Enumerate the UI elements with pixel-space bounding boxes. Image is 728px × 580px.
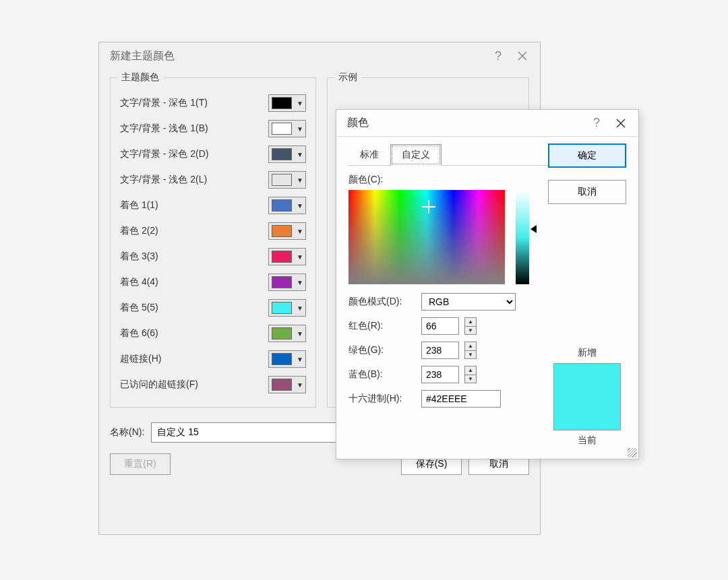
color-swatch bbox=[272, 276, 292, 288]
close-button[interactable] bbox=[510, 44, 535, 68]
color-dropdown[interactable]: ▼ bbox=[268, 222, 306, 240]
color-dropdown[interactable]: ▼ bbox=[268, 120, 306, 137]
theme-titlebar: 新建主题颜色 ? bbox=[99, 42, 540, 69]
color-dropdown[interactable]: ▼ bbox=[268, 248, 306, 265]
theme-row-label: 着色 1(1) bbox=[120, 199, 262, 212]
color-dropdown[interactable]: ▼ bbox=[268, 325, 306, 342]
theme-row-label: 着色 3(3) bbox=[120, 251, 262, 263]
color-titlebar: 颜色 ? bbox=[336, 110, 638, 137]
green-spinner[interactable]: ▲▼ bbox=[464, 342, 477, 359]
color-title: 颜色 bbox=[347, 116, 584, 130]
theme-row: 着色 3(3)▼ bbox=[120, 244, 306, 269]
reset-button[interactable]: 重置(R) bbox=[110, 453, 171, 475]
color-swatch bbox=[272, 123, 292, 135]
ok-button[interactable]: 确定 bbox=[548, 143, 626, 168]
spin-down-icon[interactable]: ▼ bbox=[465, 375, 476, 383]
sample-legend: 示例 bbox=[334, 71, 361, 84]
color-swatch bbox=[272, 97, 292, 109]
theme-row-label: 着色 6(6) bbox=[120, 327, 262, 340]
spin-down-icon[interactable]: ▼ bbox=[465, 351, 476, 359]
caret-down-icon: ▼ bbox=[295, 356, 305, 363]
color-swatch bbox=[272, 225, 292, 237]
spin-up-icon[interactable]: ▲ bbox=[465, 318, 476, 327]
red-label: 红色(R): bbox=[348, 320, 416, 332]
name-label: 名称(N): bbox=[110, 426, 144, 439]
theme-row: 已访问的超链接(F)▼ bbox=[120, 372, 306, 397]
color-dropdown[interactable]: ▼ bbox=[268, 273, 306, 291]
spin-up-icon[interactable]: ▲ bbox=[465, 342, 476, 351]
caret-down-icon: ▼ bbox=[295, 125, 305, 133]
theme-colors-legend: 主题颜色 bbox=[117, 71, 163, 84]
color-close-button[interactable] bbox=[609, 111, 633, 135]
color-dropdown[interactable]: ▼ bbox=[268, 299, 306, 317]
caret-down-icon: ▼ bbox=[295, 202, 305, 210]
color-field[interactable] bbox=[348, 190, 505, 284]
red-input[interactable] bbox=[421, 317, 459, 335]
caret-down-icon: ▼ bbox=[295, 253, 305, 261]
blue-input[interactable] bbox=[421, 366, 459, 383]
theme-row: 文字/背景 - 深色 1(T)▼ bbox=[120, 90, 306, 116]
help-button[interactable]: ? bbox=[486, 44, 510, 68]
color-swatch bbox=[272, 251, 292, 263]
spin-up-icon[interactable]: ▲ bbox=[465, 366, 476, 375]
theme-title: 新建主题颜色 bbox=[110, 49, 486, 63]
theme-row: 文字/背景 - 深色 2(D)▼ bbox=[120, 141, 306, 167]
color-help-button[interactable]: ? bbox=[584, 111, 609, 135]
color-dropdown[interactable]: ▼ bbox=[268, 171, 306, 189]
spin-down-icon[interactable]: ▼ bbox=[465, 327, 476, 335]
color-dropdown[interactable]: ▼ bbox=[268, 350, 306, 368]
blue-label: 蓝色(B): bbox=[348, 368, 416, 381]
color-dropdown[interactable]: ▼ bbox=[268, 197, 306, 214]
color-body: 标准 自定义 颜色(C): 颜色模式(D): RGB 红色(R): bbox=[336, 137, 638, 459]
caret-down-icon: ▼ bbox=[295, 381, 305, 389]
color-dropdown[interactable]: ▼ bbox=[268, 146, 306, 163]
theme-row: 着色 4(4)▼ bbox=[120, 269, 306, 295]
theme-row-label: 着色 4(4) bbox=[120, 276, 262, 288]
dialog-buttons: 确定 取消 bbox=[548, 143, 626, 204]
color-swatch bbox=[272, 148, 292, 160]
theme-colors-group: 主题颜色 文字/背景 - 深色 1(T)▼文字/背景 - 浅色 1(B)▼文字/… bbox=[110, 77, 316, 408]
color-dropdown[interactable]: ▼ bbox=[268, 376, 306, 393]
hex-input[interactable] bbox=[421, 390, 501, 408]
luminance-marker bbox=[530, 225, 537, 233]
new-label: 新增 bbox=[548, 347, 626, 359]
theme-row-label: 文字/背景 - 深色 1(T) bbox=[120, 97, 262, 109]
mode-label: 颜色模式(D): bbox=[348, 296, 416, 308]
green-input[interactable] bbox=[421, 342, 459, 359]
mode-select[interactable]: RGB bbox=[421, 293, 516, 311]
color-swatch bbox=[272, 199, 292, 212]
theme-row: 着色 5(5)▼ bbox=[120, 295, 306, 321]
color-swatch bbox=[272, 379, 292, 391]
theme-row: 着色 6(6)▼ bbox=[120, 321, 306, 346]
theme-row-label: 文字/背景 - 深色 2(D) bbox=[120, 148, 262, 160]
theme-row: 着色 1(1)▼ bbox=[120, 193, 306, 218]
color-cursor bbox=[424, 202, 433, 212]
caret-down-icon: ▼ bbox=[295, 279, 305, 286]
theme-row-label: 文字/背景 - 浅色 2(L) bbox=[120, 174, 262, 186]
caret-down-icon: ▼ bbox=[295, 176, 305, 184]
tab-standard[interactable]: 标准 bbox=[348, 144, 390, 166]
resize-grip[interactable] bbox=[628, 448, 637, 457]
caret-down-icon: ▼ bbox=[295, 228, 305, 235]
theme-row-label: 着色 5(5) bbox=[120, 302, 262, 314]
color-dialog: 颜色 ? 标准 自定义 颜色(C): 颜色 bbox=[336, 109, 639, 459]
theme-row-label: 着色 2(2) bbox=[120, 225, 262, 237]
color-swatch bbox=[272, 327, 292, 340]
theme-row: 着色 2(2)▼ bbox=[120, 218, 306, 244]
caret-down-icon: ▼ bbox=[295, 151, 305, 158]
preview-swatch bbox=[553, 363, 621, 430]
caret-down-icon: ▼ bbox=[295, 304, 305, 312]
theme-row-label: 超链接(H) bbox=[120, 353, 262, 365]
color-dropdown[interactable]: ▼ bbox=[268, 94, 306, 112]
hex-label: 十六进制(H): bbox=[348, 393, 416, 405]
luminance-slider[interactable] bbox=[516, 190, 529, 284]
red-spinner[interactable]: ▲▼ bbox=[464, 317, 477, 335]
tab-custom[interactable]: 自定义 bbox=[390, 144, 442, 166]
color-swatch bbox=[272, 353, 292, 365]
green-label: 绿色(G): bbox=[348, 344, 416, 356]
theme-row: 文字/背景 - 浅色 1(B)▼ bbox=[120, 116, 306, 141]
color-cancel-button[interactable]: 取消 bbox=[548, 180, 626, 204]
blue-spinner[interactable]: ▲▼ bbox=[464, 366, 477, 383]
theme-row-label: 已访问的超链接(F) bbox=[120, 379, 262, 391]
theme-row: 超链接(H)▼ bbox=[120, 346, 306, 372]
